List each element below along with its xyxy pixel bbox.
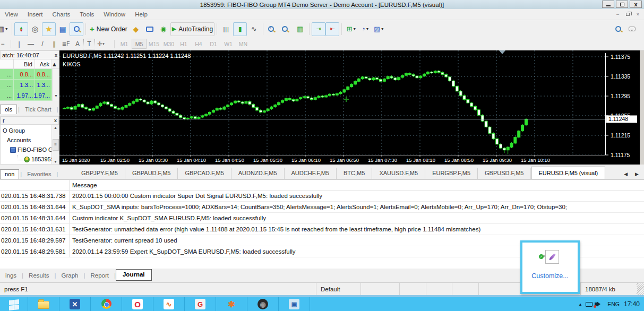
resize-grip[interactable] [637, 283, 644, 295]
child-close-button[interactable]: × [633, 11, 642, 18]
timeframe-button-h4[interactable]: H4 [191, 39, 206, 49]
scroll-up-icon[interactable]: ▲ [54, 126, 57, 129]
new-order-button[interactable]: + New Order [88, 22, 129, 36]
strategy-tester-toggle[interactable] [70, 22, 83, 36]
market-watch-tab-tick-chart[interactable]: Tick Chart [21, 105, 56, 114]
navigator-item-fibo-fibo-g[interactable]: FIBO-FIBO G [1, 145, 59, 154]
market-watch-tab-symbols[interactable]: ols [0, 105, 17, 114]
text-label-button[interactable]: T [83, 39, 95, 49]
chart-tab-eurgbp-f-m5[interactable]: EURGBP.F,M5 [425, 168, 478, 179]
signals-button[interactable]: ◉ [157, 22, 170, 36]
chart-tab-audnzd-f-m5[interactable]: AUDNZD.F,M5 [231, 168, 285, 179]
child-minimize-button[interactable]: – [613, 11, 622, 18]
taskbar-chrome-button[interactable] [91, 297, 122, 311]
close-button[interactable]: x [630, 1, 642, 8]
start-button[interactable] [0, 297, 28, 311]
chart-area[interactable]: 1.113751.113351.112951.112551.112151.111… [59, 50, 644, 165]
bar-chart-button[interactable]: ||| [219, 22, 233, 36]
menu-item-tools[interactable]: Tools [75, 11, 99, 18]
message-column-header[interactable]: Message [69, 182, 644, 188]
scrollbar-thumb[interactable]: ≡ [53, 139, 59, 151]
bid-column-header[interactable]: Bid [14, 59, 35, 68]
line-chart-button[interactable]: ∿ [247, 22, 261, 36]
profile-indicator[interactable]: Default [316, 283, 360, 295]
channel-button[interactable]: ∥ [48, 39, 60, 49]
timeframe-button-m30[interactable]: M30 [161, 39, 176, 49]
chart-tab-audchf-f-m5[interactable]: AUDCHF.F,M5 [285, 168, 337, 179]
metaeditor-button[interactable]: ◆ [129, 22, 143, 36]
data-window-toggle[interactable]: ◎ [28, 22, 42, 36]
taskbar-mt4-button[interactable]: ∿ [153, 297, 184, 311]
crosshair-tool-button[interactable]: | [13, 39, 25, 49]
templates-button[interactable]: ▨▾ [372, 22, 385, 36]
market-watch-close-icon[interactable]: x [55, 53, 57, 58]
chart-tab-btc-m5[interactable]: BTC,M5 [337, 168, 372, 179]
timeframe-button-h1[interactable]: H1 [176, 39, 191, 49]
text-tool-button[interactable]: A [72, 39, 83, 49]
network-icon[interactable] [586, 302, 593, 307]
feather-icon[interactable] [545, 250, 559, 264]
market-watch-row[interactable]: ...1.97...1.97...▼ [0, 90, 59, 101]
scroll-down-icon[interactable]: ▼ [54, 160, 57, 163]
menu-item-view[interactable]: View [0, 11, 23, 18]
chart-shift-button[interactable]: ⇤ [325, 22, 339, 36]
timeframe-button-d1[interactable]: D1 [206, 39, 221, 49]
autotrading-button[interactable]: ▶ AutoTrading [170, 22, 214, 36]
scroll-down-icon[interactable]: ▼ [52, 90, 59, 101]
taskbar-app-button-4[interactable]: ◉ [247, 297, 278, 311]
tile-windows-button[interactable]: ▦ [293, 22, 307, 36]
navigator-item-o-group[interactable]: O Group [1, 126, 59, 135]
terminal-toggle[interactable]: ▤ [56, 22, 70, 36]
navigator-tab-favorites[interactable]: Favorites [23, 170, 55, 179]
minimize-button[interactable] [602, 1, 614, 8]
market-watch-row[interactable]: ...0.8...0.8... [0, 69, 59, 80]
navigator-toggle[interactable]: ★ [42, 22, 56, 36]
navigator-scrollbar[interactable]: ▲ ≡ ▼ [51, 125, 59, 164]
navigator-close-icon[interactable]: x [54, 118, 57, 123]
zoom-out-button[interactable]: − [279, 22, 293, 36]
taskbar-opera-button[interactable]: O [122, 297, 153, 311]
taskbar-app-button-3[interactable]: ✱ [216, 297, 247, 311]
chart-tab-xauusd-f-m5[interactable]: XAUUSD.F,M5 [372, 168, 425, 179]
journal-row[interactable]: 020.01.15 16:48:31.7382020.01.15 00:00:0… [0, 191, 644, 202]
zoom-in-button[interactable]: + [265, 22, 279, 36]
candlestick-chart[interactable]: 1.113751.113351.112951.112551.112151.111… [59, 50, 644, 165]
language-indicator[interactable]: ENG [607, 301, 620, 307]
chart-tab-gbpjpy-f-m5[interactable]: GBPJPY.F,M5 [74, 168, 125, 179]
taskbar-app-button-5[interactable]: ▣ [279, 297, 310, 311]
candlestick-chart-button[interactable]: ▮ [233, 22, 247, 36]
scroll-up-icon[interactable]: ▲ [52, 59, 59, 68]
market-watch-scrollbar[interactable] [52, 80, 59, 90]
timeframe-button-m5[interactable]: M5 [132, 39, 147, 49]
taskbar-app-button-2[interactable]: G [185, 297, 216, 311]
terminal-tab-journal[interactable]: Journal [116, 269, 152, 281]
journal-row[interactable]: 020.01.15 16:48:31.644K_SupDOT_SMA input… [0, 202, 644, 213]
clock[interactable]: 17:40 [624, 300, 640, 308]
chart-tab-gbpusd-f-m5[interactable]: GBPUSD.F,M5 [478, 168, 531, 179]
timeframe-button-m1[interactable]: M1 [117, 39, 132, 49]
tabs-scroll-right-icon[interactable]: ▶ [635, 171, 639, 177]
timeframe-button-w1[interactable]: W1 [221, 39, 236, 49]
menu-item-window[interactable]: Window [99, 11, 130, 18]
new-chart-button[interactable]: ▦▾ [0, 22, 10, 36]
menu-item-charts[interactable]: Charts [47, 11, 75, 18]
terminal-tab-report[interactable]: Report [85, 271, 114, 280]
expert-advisors-button[interactable] [143, 22, 157, 36]
chart-tab-gbpcad-f-m5[interactable]: GBPCAD.F,M5 [178, 168, 231, 179]
timeframe-button-m15[interactable]: M15 [147, 39, 161, 49]
ask-column-header[interactable]: Ask [35, 59, 52, 68]
market-watch-toggle[interactable]: ▲▼ [14, 22, 28, 36]
arrows-tool-button[interactable]: ✛▾ [95, 39, 107, 49]
terminal-tab-graph[interactable]: Graph [56, 271, 83, 280]
journal-row[interactable]: 020.01.15 16:48:31.631TestGenerator: unm… [0, 224, 644, 235]
auto-scroll-button[interactable]: ⇥ [312, 22, 325, 36]
timeframe-button-mn[interactable]: MN [236, 39, 251, 49]
menu-item-help[interactable]: Help [130, 11, 152, 18]
navigator-tab-common[interactable]: non [0, 169, 19, 179]
horizontal-line-button[interactable]: — [25, 39, 37, 49]
customize-link[interactable]: Customize... [522, 272, 578, 280]
trendline-button[interactable]: / [37, 39, 48, 49]
chat-icon[interactable] [625, 22, 639, 36]
journal-row[interactable]: 020.01.15 16:48:31.644Custom indicator K… [0, 213, 644, 224]
show-hidden-icons-button[interactable]: ▴ [579, 301, 582, 307]
